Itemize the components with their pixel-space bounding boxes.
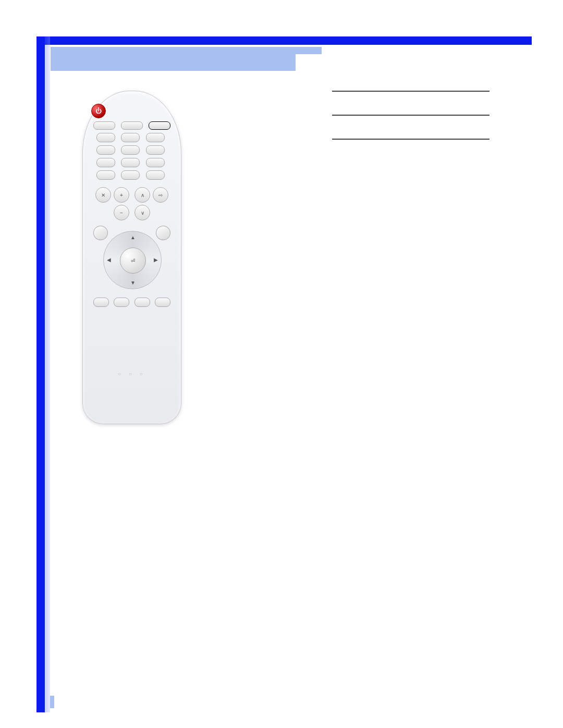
remote-illustration: ⏻ — [82, 91, 181, 424]
steps-column — [196, 91, 516, 424]
page-content: ⏻ — [51, 47, 532, 424]
page-footer — [50, 696, 58, 708]
chapter-title — [51, 47, 532, 49]
key-1 — [96, 133, 115, 142]
smode-pill — [121, 121, 143, 130]
step-text — [218, 115, 325, 121]
source-button: ⇨ — [153, 187, 168, 203]
manual-page: ⏻ — [0, 0, 563, 728]
up-arrow-icon: ▲ — [130, 235, 136, 240]
header-band-bg — [51, 47, 296, 71]
bottom-button-row — [91, 298, 173, 307]
key-prech — [146, 170, 165, 180]
frame-left — [36, 36, 45, 712]
step-1 — [196, 91, 516, 97]
key-7 — [96, 158, 115, 167]
dpad-area: ▲ ▼ ◀ ▶ ⏎ — [91, 226, 173, 293]
pmode-pill — [93, 121, 115, 130]
still-button — [114, 298, 129, 307]
vol-ch-row: ✕ + − ∧ ∨ ⇨ — [91, 185, 173, 223]
chapter-header — [51, 47, 532, 71]
osd-screenshot-3 — [332, 139, 489, 140]
key-2 — [121, 133, 140, 142]
key-8 — [121, 158, 140, 167]
right-arrow-icon: ▶ — [154, 257, 158, 263]
key-6 — [146, 145, 165, 155]
remote-dots: ○ ○ ○ — [83, 371, 181, 377]
step-3 — [196, 139, 516, 145]
srs-button — [155, 298, 170, 307]
number-pad — [91, 133, 173, 182]
left-arrow-icon: ◀ — [107, 257, 111, 263]
frame-top — [36, 36, 532, 45]
key-9 — [146, 158, 165, 167]
footer-tick-icon — [50, 696, 54, 708]
body-row: ⏻ — [82, 91, 516, 424]
exit-button — [153, 223, 173, 243]
key-plus100 — [96, 170, 115, 180]
key-0 — [121, 170, 140, 180]
enter-button: ⏎ — [120, 248, 146, 274]
mute-button: ✕ — [95, 187, 111, 203]
mode-pill — [149, 121, 170, 130]
step-text — [218, 91, 325, 97]
ch-down: ∨ — [134, 205, 150, 220]
vol-down: − — [114, 205, 129, 220]
psize-button — [93, 298, 109, 307]
power-button: ⏻ — [91, 104, 106, 118]
step-text — [218, 139, 325, 145]
key-4 — [96, 145, 115, 155]
key-5 — [121, 145, 140, 155]
mts-button — [134, 298, 150, 307]
ch-up: ∧ — [134, 187, 150, 203]
menu-button — [91, 223, 111, 243]
dpad: ▲ ▼ ◀ ▶ ⏎ — [103, 231, 162, 289]
osd-screenshot-2 — [332, 115, 489, 116]
osd-screenshot-1 — [332, 91, 489, 92]
down-arrow-icon: ▼ — [130, 280, 136, 286]
step-2 — [196, 115, 516, 121]
vol-up: + — [114, 187, 129, 203]
key-3 — [146, 133, 165, 142]
